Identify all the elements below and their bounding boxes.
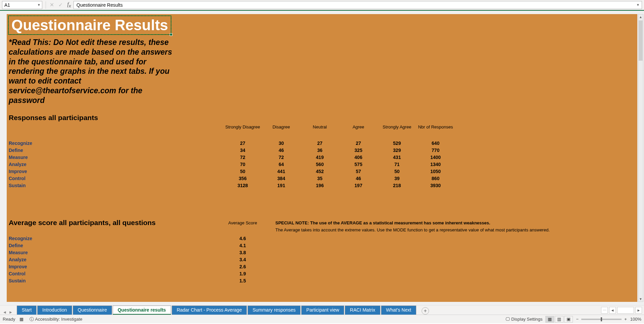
table-row: Control1.9 bbox=[9, 270, 550, 277]
page-break-view-button[interactable]: ▣ bbox=[564, 316, 573, 323]
sheet-tab[interactable]: Radar Chart - Process Average bbox=[172, 306, 247, 315]
category-label: Improve bbox=[9, 264, 223, 269]
table-row: Define344636325329770 bbox=[9, 147, 455, 154]
table-row: Analyze3.4 bbox=[9, 256, 550, 263]
sheet-tab[interactable]: Introduction bbox=[37, 306, 72, 315]
special-note-text: The Average takes into account the extre… bbox=[275, 227, 550, 232]
cell-value: 419 bbox=[301, 155, 339, 160]
scroll-down-icon[interactable]: ▼ bbox=[638, 297, 643, 301]
cell-value: 27 bbox=[339, 141, 378, 146]
category-label: Define bbox=[9, 148, 223, 153]
cell-value: 329 bbox=[378, 148, 416, 153]
display-settings-button[interactable]: 🖵 Display Settings bbox=[505, 317, 542, 322]
table-row: Analyze7064560575711340 bbox=[9, 161, 455, 168]
category-label: Analyze bbox=[9, 162, 223, 167]
tab-options-icon[interactable]: ⋯ bbox=[601, 307, 608, 314]
macro-icon[interactable]: ▦ bbox=[19, 317, 23, 322]
worksheet[interactable]: Questionnaire Results *Read This: Do Not… bbox=[7, 14, 637, 302]
scroll-up-icon[interactable]: ▲ bbox=[638, 15, 643, 19]
table-row: Measure72724194064311400 bbox=[9, 154, 455, 161]
category-label: Define bbox=[9, 243, 223, 248]
table-row: Sustain31281911961972183930 bbox=[9, 182, 455, 189]
cell-value: 71 bbox=[378, 162, 416, 167]
zoom-knob[interactable] bbox=[601, 317, 602, 321]
col-header: Agree bbox=[339, 124, 378, 129]
page-title: Questionnaire Results bbox=[11, 17, 168, 33]
accessibility-icon: ⓘ bbox=[30, 316, 34, 322]
cell-value: 1400 bbox=[416, 155, 455, 160]
average-block: Average score all participants, all ques… bbox=[9, 219, 550, 284]
sheet-tab[interactable]: Participant view bbox=[301, 306, 344, 315]
scroll-thumb[interactable] bbox=[639, 20, 643, 61]
zoom-out-button[interactable]: − bbox=[576, 317, 579, 322]
formula-bar: A1 ▼ ✕ ✓ fx Questionnaire Results ▼ bbox=[0, 0, 644, 10]
category-label: Sustain bbox=[9, 278, 223, 283]
cell-value: 34 bbox=[223, 148, 262, 153]
normal-view-button[interactable]: ▦ bbox=[545, 316, 554, 323]
cell-value: 27 bbox=[223, 141, 262, 146]
cell-value: 431 bbox=[378, 155, 416, 160]
fill-handle[interactable] bbox=[170, 33, 172, 36]
hscroll-track[interactable] bbox=[617, 307, 634, 314]
cell-value: 30 bbox=[262, 141, 301, 146]
sheet-tab[interactable]: Questionnaire bbox=[73, 306, 112, 315]
cell-value: 384 bbox=[262, 176, 301, 181]
cell-value: 50 bbox=[378, 169, 416, 174]
accessibility-button[interactable]: ⓘ Accessibility: Investigate bbox=[30, 316, 83, 322]
table-row: Recognize27302727529640 bbox=[9, 140, 455, 147]
zoom-level: 100% bbox=[630, 317, 641, 322]
cell-value: 50 bbox=[223, 169, 262, 174]
special-note-bold: SPECIAL NOTE: The use of the AVERAGE as … bbox=[275, 220, 550, 225]
cell-value: 218 bbox=[378, 183, 416, 188]
chevron-down-icon[interactable]: ▼ bbox=[636, 3, 640, 7]
cell-value: 46 bbox=[262, 148, 301, 153]
formula-input[interactable]: Questionnaire Results ▼ bbox=[73, 1, 642, 9]
avg-score-header: Average Score bbox=[223, 220, 262, 225]
category-label: Measure bbox=[9, 155, 223, 160]
category-label: Improve bbox=[9, 169, 223, 174]
col-header: Nbr of Responses bbox=[416, 125, 455, 129]
table-row: Sustain1.5 bbox=[9, 277, 550, 284]
cell-value: 325 bbox=[339, 148, 378, 153]
add-sheet-button[interactable]: + bbox=[422, 307, 429, 315]
section-average-title: Average score all participants, all ques… bbox=[9, 219, 156, 227]
name-box[interactable]: A1 ▼ bbox=[2, 1, 42, 9]
sheet-tab[interactable]: Summary responses bbox=[248, 306, 301, 315]
category-label: Control bbox=[9, 271, 223, 276]
display-settings-label: Display Settings bbox=[511, 317, 542, 322]
selected-cell-a1[interactable]: Questionnaire Results bbox=[8, 15, 171, 35]
page-layout-view-button[interactable]: ▥ bbox=[555, 316, 564, 323]
chevron-down-icon[interactable]: ▼ bbox=[37, 3, 41, 7]
cell-value: 72 bbox=[262, 155, 301, 160]
category-label: Measure bbox=[9, 250, 223, 255]
cell-value: 36 bbox=[301, 148, 339, 153]
cell-value: 3128 bbox=[223, 183, 262, 188]
cell-value: 1340 bbox=[416, 162, 455, 167]
sheet-tab[interactable]: What's Next bbox=[381, 306, 416, 315]
zoom-in-button[interactable]: + bbox=[624, 317, 627, 322]
hscroll-right-icon[interactable]: ► bbox=[635, 307, 642, 314]
status-ready: Ready bbox=[3, 317, 15, 322]
sheet-tab[interactable]: RACI Matrix bbox=[345, 306, 380, 315]
cell-value: 57 bbox=[339, 169, 378, 174]
sheet-tab[interactable]: Start bbox=[17, 306, 37, 315]
fx-icon[interactable]: fx bbox=[65, 1, 73, 8]
col-header: Strongly Agree bbox=[378, 124, 416, 129]
tab-first-icon[interactable]: ◄ bbox=[3, 310, 7, 315]
tab-next-icon[interactable]: ► bbox=[9, 310, 13, 315]
responses-table: Strongly Disagree Disagree Neutral Agree… bbox=[9, 131, 455, 189]
cell-value: 70 bbox=[223, 162, 262, 167]
cell-value: 4.1 bbox=[223, 243, 262, 248]
zoom-slider[interactable] bbox=[581, 319, 622, 320]
worksheet-area: Questionnaire Results *Read This: Do Not… bbox=[0, 10, 644, 305]
col-header: Strongly Disagree bbox=[223, 125, 262, 129]
cell-value: 64 bbox=[262, 162, 301, 167]
col-header: Disagree bbox=[262, 124, 301, 129]
category-label: Recognize bbox=[9, 236, 223, 241]
sheet-tab[interactable]: Questionnaire results bbox=[113, 306, 171, 315]
cell-value: 406 bbox=[339, 155, 378, 160]
hscroll-left-icon[interactable]: ◄ bbox=[609, 307, 616, 314]
vertical-scrollbar[interactable]: ▲ ▼ bbox=[638, 14, 643, 302]
cancel-formula-icon: ✕ bbox=[47, 2, 56, 8]
table-row: Define4.1 bbox=[9, 242, 550, 249]
